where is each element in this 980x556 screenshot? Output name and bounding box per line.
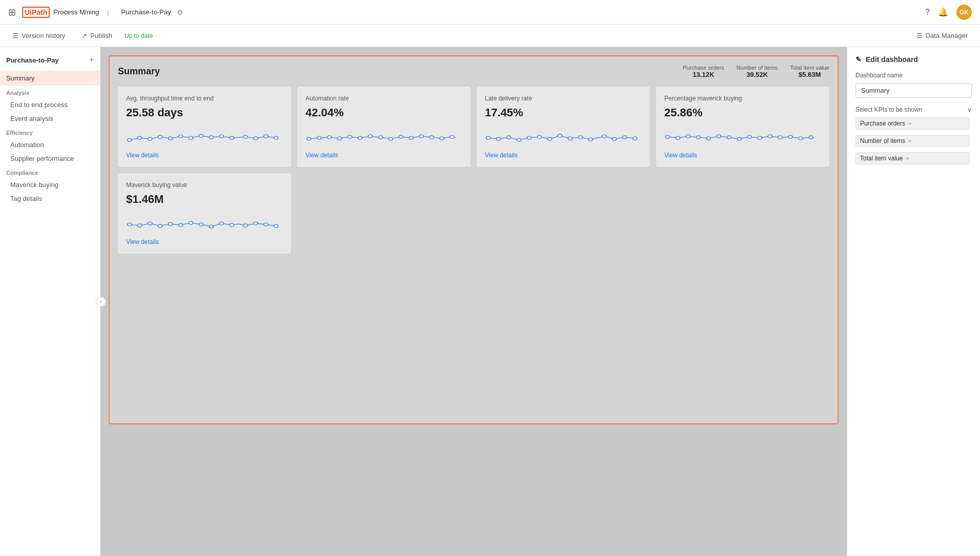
version-history-button[interactable]: ☰ Version history [8,30,69,42]
card-late-delivery-link[interactable]: View details [485,152,642,159]
sidebar: Purchase-to-Pay + Summary Analysis End t… [0,47,100,556]
top-navigation: ⊞ UiPath Process Mining | Purchase-to-Pa… [0,0,980,25]
svg-point-64 [168,222,172,225]
kpi-total-item-value: Total item value $5.63M [790,65,829,78]
sparkline-maverick-value [126,210,283,231]
card-maverick-value-title: Maverick buying value [126,181,283,189]
kpi-number-of-items-value: 39.52K [737,71,778,78]
card-maverick-pct-title: Percentage maverick buying [664,95,821,102]
main-layout: Purchase-to-Pay + Summary Analysis End t… [0,47,980,556]
kpis-label: Select KPIs to be shown [855,106,922,113]
sidebar-item-automation[interactable]: Automation [0,138,100,152]
svg-point-58 [799,137,803,140]
svg-point-18 [338,137,342,140]
help-icon[interactable]: ? [925,8,930,17]
sidebar-item-end-to-end[interactable]: End to end process [0,98,100,112]
card-automation-rate-link[interactable]: View details [305,152,462,159]
svg-point-69 [219,222,223,225]
version-history-label: Version history [22,32,65,39]
svg-point-65 [178,223,182,226]
svg-point-4 [168,137,172,140]
kpi-tags-area: Purchase orders × Number of items × Tota… [855,117,972,168]
svg-point-40 [588,138,593,141]
kpi-total-item-value-label: Total item value [790,65,829,71]
kpi-tag-number-of-items-remove[interactable]: × [908,138,911,144]
sidebar-item-supplier-performance[interactable]: Supplier performance [0,152,100,166]
app-title: Purchase-to-Pay [121,8,171,16]
right-panel: ✎ Edit dashboard Dashboard name Select K… [847,47,980,556]
kpi-summary: Purchase orders 13.12K Number of items 3… [683,65,829,78]
card-maverick-pct-link[interactable]: View details [664,152,821,159]
kpi-tag-purchase-orders-remove[interactable]: × [908,120,911,127]
card-maverick-value-value: $1.46M [126,193,283,206]
svg-point-12 [254,137,258,140]
svg-point-25 [409,136,413,139]
sidebar-title: Purchase-to-Pay [6,56,59,64]
svg-point-20 [358,136,362,139]
svg-point-13 [264,135,268,138]
sidebar-item-event-analysis[interactable]: Event analysis [0,112,100,126]
publish-button[interactable]: ↗ Publish [77,30,116,42]
card-automation-rate-title: Automation rate [305,95,462,102]
svg-point-23 [389,137,393,140]
card-maverick-pct: Percentage maverick buying 25.86% [656,87,829,167]
svg-point-62 [148,222,152,225]
grid-icon[interactable]: ⊞ [8,7,16,18]
svg-point-68 [209,225,213,228]
kpi-tag-number-of-items-label: Number of items [860,137,905,145]
sidebar-item-summary[interactable]: Summary [0,71,100,86]
svg-point-71 [243,224,248,227]
dashboard-panel: Summary Purchase orders 13.12K Number of… [109,55,839,424]
sidebar-add-button[interactable]: + [89,55,94,65]
card-maverick-value: Maverick buying value $1.46M [118,173,291,254]
svg-point-55 [768,135,772,138]
svg-point-73 [264,223,268,226]
svg-point-72 [254,222,258,225]
card-late-delivery-value: 17.45% [485,106,642,119]
sub-navigation: ☰ Version history ↗ Publish Up to date ☰… [0,25,980,47]
dashboard-name-input[interactable] [855,83,972,98]
svg-point-67 [199,223,203,226]
settings-icon[interactable]: ⚙ [177,8,183,16]
logo-bracket: UiPath [22,7,50,18]
svg-point-5 [178,135,182,138]
card-maverick-value-link[interactable]: View details [126,238,283,245]
kpi-tag-total-item-value-remove[interactable]: × [906,155,909,161]
svg-point-43 [623,136,627,139]
svg-point-26 [419,135,423,138]
svg-point-11 [243,135,248,138]
card-avg-throughput-link[interactable]: View details [126,152,283,159]
card-automation-rate: Automation rate 42.04% [297,87,471,167]
sidebar-item-tag-details[interactable]: Tag details [0,192,100,205]
logo: UiPath Process Mining [22,7,99,18]
svg-point-9 [219,135,223,138]
kpi-cards-top: Avg. throughput time end to end 25.58 da… [118,87,829,167]
svg-point-31 [497,137,501,140]
sidebar-item-maverick-buying[interactable]: Maverick buying [0,178,100,192]
svg-point-63 [158,224,162,228]
svg-point-6 [189,136,193,139]
svg-point-17 [328,136,332,139]
dashboard-name-label: Dashboard name [855,72,972,79]
svg-point-48 [697,136,701,139]
avatar[interactable]: GK [956,5,972,20]
card-avg-throughput-value: 25.58 days [126,106,283,119]
svg-point-19 [348,135,352,138]
card-late-delivery-title: Late delivery rate [485,95,642,102]
svg-point-3 [158,135,162,138]
sparkline-avg-throughput [126,123,283,144]
svg-point-41 [602,135,606,138]
svg-point-7 [199,134,203,137]
kpi-purchase-orders-label: Purchase orders [683,65,724,71]
sidebar-section-analysis: Analysis [0,86,100,98]
svg-point-51 [727,136,731,139]
svg-point-29 [450,135,454,138]
svg-point-46 [676,136,680,139]
logo-ui-text: UiPath [25,8,47,16]
chevron-down-icon[interactable]: ∨ [967,106,972,113]
sidebar-collapse-button[interactable]: ‹ [96,297,106,307]
data-manager-button[interactable]: ☰ Data Manager [912,30,972,42]
bell-icon[interactable]: 🔔 [938,7,948,17]
svg-point-36 [547,137,552,140]
dashboard-title: Summary [118,66,160,77]
